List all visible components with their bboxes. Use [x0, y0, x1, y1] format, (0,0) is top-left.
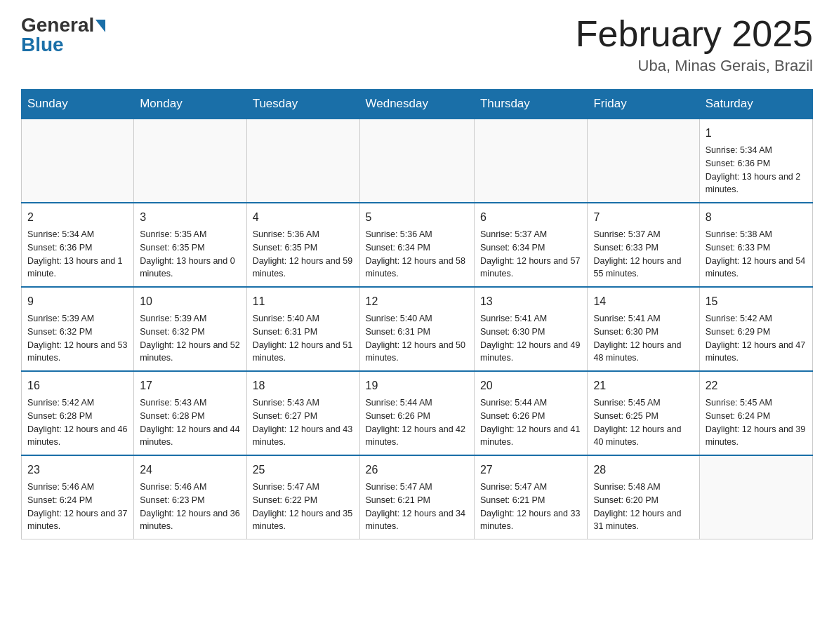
day-info-line: Sunset: 6:28 PM	[27, 410, 128, 423]
day-info-line: Daylight: 12 hours and 59 minutes.	[253, 255, 354, 281]
day-info-line: Sunset: 6:33 PM	[706, 241, 807, 255]
day-info-line: Daylight: 12 hours and 34 minutes.	[366, 507, 468, 534]
calendar-day-cell: 16Sunrise: 5:42 AMSunset: 6:28 PMDayligh…	[22, 371, 134, 455]
calendar-day-cell: 22Sunrise: 5:45 AMSunset: 6:24 PMDayligh…	[699, 371, 812, 455]
calendar-week-row: 23Sunrise: 5:46 AMSunset: 6:24 PMDayligh…	[22, 455, 813, 539]
calendar-day-cell: 8Sunrise: 5:38 AMSunset: 6:33 PMDaylight…	[699, 203, 812, 287]
day-number: 25	[253, 462, 354, 478]
calendar-day-cell: 24Sunrise: 5:46 AMSunset: 6:23 PMDayligh…	[134, 455, 246, 539]
day-info-line: Daylight: 12 hours and 53 minutes.	[27, 339, 128, 365]
day-number: 19	[366, 377, 468, 394]
day-number: 12	[366, 293, 468, 310]
day-info-line: Sunrise: 5:43 AM	[140, 396, 240, 410]
day-number: 5	[366, 209, 468, 226]
calendar-day-cell: 19Sunrise: 5:44 AMSunset: 6:26 PMDayligh…	[359, 371, 474, 455]
day-number: 9	[27, 293, 128, 310]
day-info-line: Daylight: 13 hours and 0 minutes.	[140, 255, 240, 281]
day-info-line: Sunset: 6:31 PM	[253, 326, 354, 339]
day-info-line: Sunrise: 5:41 AM	[480, 312, 582, 326]
calendar-day-cell: 18Sunrise: 5:43 AMSunset: 6:27 PMDayligh…	[246, 371, 359, 455]
day-info-line: Sunset: 6:20 PM	[593, 494, 693, 507]
day-info-line: Daylight: 12 hours and 50 minutes.	[366, 339, 468, 365]
day-number: 6	[480, 209, 582, 226]
day-info-line: Sunset: 6:32 PM	[27, 326, 128, 339]
calendar-header-row: SundayMondayTuesdayWednesdayThursdayFrid…	[22, 90, 813, 119]
page-header: General Blue February 2025 Uba, Minas Ge…	[21, 14, 813, 75]
day-info-line: Sunset: 6:30 PM	[480, 326, 582, 339]
day-info-line: Sunrise: 5:39 AM	[27, 312, 128, 326]
calendar-day-cell: 2Sunrise: 5:34 AMSunset: 6:36 PMDaylight…	[22, 203, 134, 287]
day-info-line: Daylight: 12 hours and 57 minutes.	[480, 255, 582, 281]
day-number: 23	[27, 462, 128, 478]
logo-arrow-icon	[95, 20, 105, 32]
calendar-day-cell: 6Sunrise: 5:37 AMSunset: 6:34 PMDaylight…	[474, 203, 588, 287]
logo: General Blue	[21, 14, 105, 56]
day-info-line: Sunrise: 5:43 AM	[253, 396, 354, 410]
calendar-week-row: 9Sunrise: 5:39 AMSunset: 6:32 PMDaylight…	[22, 287, 813, 371]
day-info-line: Sunset: 6:35 PM	[140, 241, 240, 255]
day-info-line: Daylight: 12 hours and 47 minutes.	[706, 339, 807, 365]
day-info-line: Daylight: 13 hours and 1 minute.	[27, 255, 128, 281]
day-number: 8	[706, 209, 807, 226]
day-info-line: Sunset: 6:28 PM	[140, 410, 240, 423]
calendar-day-cell: 7Sunrise: 5:37 AMSunset: 6:33 PMDaylight…	[588, 203, 699, 287]
day-info-line: Sunrise: 5:39 AM	[140, 312, 240, 326]
calendar-day-cell: 4Sunrise: 5:36 AMSunset: 6:35 PMDaylight…	[246, 203, 359, 287]
day-info-line: Sunrise: 5:34 AM	[706, 144, 807, 157]
day-info-line: Sunrise: 5:44 AM	[480, 396, 582, 410]
logo-blue-text: Blue	[21, 34, 64, 56]
day-info-line: Daylight: 12 hours and 48 minutes.	[593, 339, 693, 365]
day-info-line: Sunset: 6:29 PM	[706, 326, 807, 339]
day-info-line: Sunrise: 5:40 AM	[253, 312, 354, 326]
day-info-line: Sunset: 6:31 PM	[366, 326, 468, 339]
calendar-week-row: 16Sunrise: 5:42 AMSunset: 6:28 PMDayligh…	[22, 371, 813, 455]
day-number: 1	[706, 125, 807, 142]
calendar-day-cell: 10Sunrise: 5:39 AMSunset: 6:32 PMDayligh…	[134, 287, 246, 371]
day-info-line: Daylight: 12 hours and 52 minutes.	[140, 339, 240, 365]
calendar-day-cell	[699, 455, 812, 539]
day-number: 21	[593, 377, 693, 394]
day-info-line: Daylight: 12 hours and 37 minutes.	[27, 507, 128, 534]
day-info-line: Sunrise: 5:38 AM	[706, 228, 807, 241]
day-number: 16	[27, 377, 128, 394]
day-info-line: Sunset: 6:30 PM	[593, 326, 693, 339]
day-number: 10	[140, 293, 240, 310]
day-info-line: Sunrise: 5:37 AM	[593, 228, 693, 241]
calendar-header-cell: Wednesday	[359, 90, 474, 119]
calendar-day-cell: 11Sunrise: 5:40 AMSunset: 6:31 PMDayligh…	[246, 287, 359, 371]
day-info-line: Sunset: 6:36 PM	[27, 241, 128, 255]
day-info-line: Sunrise: 5:37 AM	[480, 228, 582, 241]
day-number: 26	[366, 462, 468, 478]
day-info-line: Sunrise: 5:45 AM	[706, 396, 807, 410]
day-info-line: Sunset: 6:36 PM	[706, 157, 807, 170]
day-info-line: Sunset: 6:27 PM	[253, 410, 354, 423]
calendar-day-cell	[134, 119, 246, 203]
calendar-day-cell: 14Sunrise: 5:41 AMSunset: 6:30 PMDayligh…	[588, 287, 699, 371]
calendar-day-cell: 12Sunrise: 5:40 AMSunset: 6:31 PMDayligh…	[359, 287, 474, 371]
day-info-line: Daylight: 12 hours and 58 minutes.	[366, 255, 468, 281]
location-title: Uba, Minas Gerais, Brazil	[576, 57, 813, 75]
day-info-line: Sunset: 6:24 PM	[27, 494, 128, 507]
day-info-line: Daylight: 12 hours and 40 minutes.	[593, 423, 693, 450]
day-info-line: Daylight: 12 hours and 33 minutes.	[480, 507, 582, 534]
calendar-day-cell: 15Sunrise: 5:42 AMSunset: 6:29 PMDayligh…	[699, 287, 812, 371]
day-number: 7	[593, 209, 693, 226]
day-number: 17	[140, 377, 240, 394]
day-number: 20	[480, 377, 582, 394]
day-info-line: Sunset: 6:22 PM	[253, 494, 354, 507]
day-info-line: Sunrise: 5:46 AM	[140, 481, 240, 494]
day-info-line: Daylight: 12 hours and 35 minutes.	[253, 507, 354, 534]
day-info-line: Sunrise: 5:36 AM	[253, 228, 354, 241]
day-number: 11	[253, 293, 354, 310]
day-info-line: Sunrise: 5:47 AM	[480, 481, 582, 494]
day-number: 27	[480, 462, 582, 478]
day-info-line: Sunset: 6:32 PM	[140, 326, 240, 339]
calendar-day-cell: 20Sunrise: 5:44 AMSunset: 6:26 PMDayligh…	[474, 371, 588, 455]
day-info-line: Sunrise: 5:48 AM	[593, 481, 693, 494]
day-info-line: Sunrise: 5:41 AM	[593, 312, 693, 326]
day-info-line: Daylight: 12 hours and 46 minutes.	[27, 423, 128, 450]
day-info-line: Sunrise: 5:42 AM	[706, 312, 807, 326]
calendar-table: SundayMondayTuesdayWednesdayThursdayFrid…	[21, 89, 813, 539]
day-info-line: Daylight: 13 hours and 2 minutes.	[706, 170, 807, 197]
day-number: 3	[140, 209, 240, 226]
